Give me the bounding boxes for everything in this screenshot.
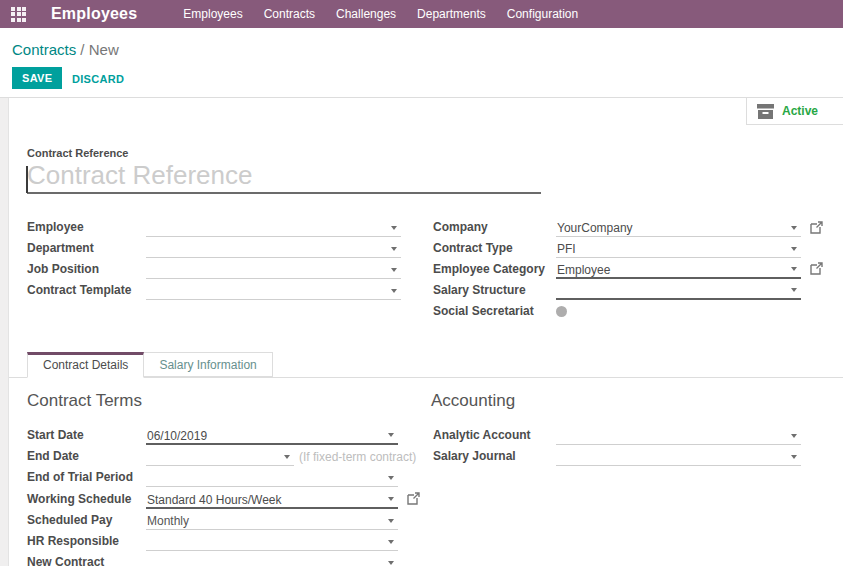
social-secretariat-status-dot[interactable]: [556, 306, 567, 317]
scheduled-pay-label: Scheduled Pay: [27, 513, 112, 527]
accounting-title: Accounting: [431, 391, 515, 411]
employee-category-value: Employee: [557, 263, 610, 277]
external-link-icon[interactable]: [810, 262, 823, 275]
contract-type-label: Contract Type: [433, 241, 513, 255]
company-label: Company: [433, 220, 488, 234]
employee-label: Employee: [27, 220, 84, 234]
contract-type-dropdown[interactable]: PFI: [556, 240, 801, 258]
employee-category-label: Employee Category: [433, 262, 545, 276]
nav-item-configuration[interactable]: Configuration: [501, 0, 584, 28]
company-dropdown[interactable]: YourCompany: [556, 219, 801, 237]
contract-type-value: PFI: [557, 242, 576, 256]
field-row-new-contract: New Contract: [27, 554, 398, 566]
chevron-down-icon: [791, 288, 797, 292]
analytic-account-dropdown[interactable]: [556, 427, 801, 445]
salary-journal-dropdown[interactable]: [556, 448, 801, 466]
chevron-down-icon: [388, 540, 394, 544]
chevron-down-icon: [388, 476, 394, 480]
field-row-employee-category: Employee Category Employee: [433, 261, 801, 279]
company-value: YourCompany: [557, 221, 633, 235]
scheduled-pay-select[interactable]: Monthly: [146, 512, 398, 530]
end-date-hint: (If fixed-term contract): [299, 450, 416, 464]
field-row-hr-responsible: HR Responsible: [27, 533, 398, 551]
start-date-input[interactable]: 06/10/2019: [146, 427, 398, 445]
working-schedule-dropdown[interactable]: Standard 40 Hours/Week: [146, 491, 398, 509]
field-row-end-of-trial-period: End of Trial Period: [27, 469, 398, 487]
chevron-down-icon: [388, 497, 394, 501]
field-row-salary-journal: Salary Journal: [433, 448, 801, 466]
field-row-department: Department: [27, 240, 401, 258]
chevron-down-icon: [284, 455, 290, 459]
field-row-social-secretariat: Social Secretariat: [433, 303, 801, 321]
field-row-company: Company YourCompany: [433, 219, 801, 237]
new-contract-dropdown[interactable]: [146, 554, 398, 566]
salary-structure-dropdown[interactable]: [556, 282, 801, 300]
form-sheet: Active Contract Reference Employee Depar…: [8, 98, 843, 566]
chevron-down-icon: [391, 268, 397, 272]
notebook-tabs: Contract Details Salary Information: [9, 352, 843, 378]
field-row-analytic-account: Analytic Account: [433, 427, 801, 445]
field-row-scheduled-pay: Scheduled Pay Monthly: [27, 512, 398, 530]
field-row-employee: Employee: [27, 219, 401, 237]
control-panel: Contracts / New SAVE DISCARD: [0, 28, 843, 98]
employee-dropdown[interactable]: [146, 219, 401, 237]
employee-category-dropdown[interactable]: Employee: [556, 261, 801, 279]
nav-item-employees[interactable]: Employees: [177, 0, 248, 28]
job-position-dropdown[interactable]: [146, 261, 401, 279]
chevron-down-icon: [391, 226, 397, 230]
salary-journal-label: Salary Journal: [433, 449, 516, 463]
chevron-down-icon: [388, 561, 394, 565]
nav-item-contracts[interactable]: Contracts: [258, 0, 321, 28]
department-label: Department: [27, 241, 94, 255]
start-date-label: Start Date: [27, 428, 84, 442]
discard-button[interactable]: DISCARD: [66, 72, 130, 86]
end-date-label: End Date: [27, 449, 79, 463]
app-title: Employees: [51, 5, 137, 23]
nav-item-challenges[interactable]: Challenges: [330, 0, 402, 28]
scheduled-pay-value: Monthly: [147, 514, 189, 528]
field-row-job-position: Job Position: [27, 261, 401, 279]
content-area: Active Contract Reference Employee Depar…: [0, 98, 843, 566]
hr-responsible-label: HR Responsible: [27, 534, 119, 548]
chevron-down-icon: [791, 434, 797, 438]
start-date-value: 06/10/2019: [147, 429, 207, 443]
new-contract-label: New Contract: [27, 555, 104, 566]
contract-template-dropdown[interactable]: [146, 282, 401, 300]
hr-responsible-dropdown[interactable]: [146, 533, 398, 551]
archive-box-icon: [757, 104, 774, 119]
analytic-account-label: Analytic Account: [433, 428, 531, 442]
top-navbar: Employees Employees Contracts Challenges…: [0, 0, 843, 28]
app-window: Employees Employees Contracts Challenges…: [0, 0, 843, 566]
chevron-down-icon: [791, 247, 797, 251]
nav-item-departments[interactable]: Departments: [411, 0, 492, 28]
breadcrumb-separator: /: [76, 41, 89, 58]
tab-salary-information[interactable]: Salary Information: [144, 352, 272, 377]
field-row-end-date: End Date (If fixed-term contract): [27, 448, 398, 466]
working-schedule-label: Working Schedule: [27, 492, 131, 506]
department-dropdown[interactable]: [146, 240, 401, 258]
nav-menu: Employees Contracts Challenges Departmen…: [177, 0, 584, 28]
job-position-label: Job Position: [27, 262, 99, 276]
breadcrumb: Contracts / New: [12, 41, 119, 58]
field-row-contract-template: Contract Template: [27, 282, 401, 300]
social-secretariat-label: Social Secretariat: [433, 304, 534, 318]
contract-terms-title: Contract Terms: [27, 391, 142, 411]
external-link-icon[interactable]: [810, 221, 823, 234]
chevron-down-icon: [388, 433, 394, 437]
chevron-down-icon: [391, 289, 397, 293]
end-date-input[interactable]: [146, 448, 294, 466]
salary-structure-label: Salary Structure: [433, 283, 526, 297]
external-link-icon[interactable]: [407, 492, 420, 505]
chevron-down-icon: [388, 519, 394, 523]
apps-menu-icon[interactable]: [11, 7, 26, 22]
tab-contract-details[interactable]: Contract Details: [27, 352, 144, 378]
save-button[interactable]: SAVE: [12, 67, 62, 89]
field-row-start-date: Start Date 06/10/2019: [27, 427, 398, 445]
breadcrumb-parent-link[interactable]: Contracts: [12, 41, 76, 58]
active-toggle[interactable]: Active: [746, 98, 843, 125]
end-of-trial-period-input[interactable]: [146, 469, 398, 487]
field-row-contract-type: Contract Type PFI: [433, 240, 801, 258]
chevron-down-icon: [791, 455, 797, 459]
end-of-trial-period-label: End of Trial Period: [27, 470, 133, 484]
contract-reference-input[interactable]: [27, 158, 541, 194]
